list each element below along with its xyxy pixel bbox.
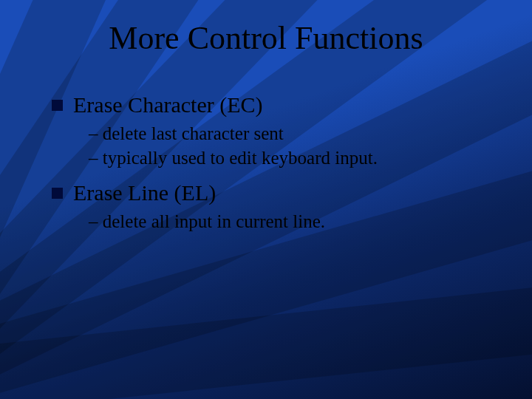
slide-title: More Control Functions xyxy=(0,0,532,57)
slide-body: Erase Character (EC) – delete last chara… xyxy=(0,57,532,233)
sub-list: – delete all input in current line. xyxy=(52,210,502,233)
square-bullet-icon xyxy=(52,100,63,111)
sub-list: – delete last character sent – typically… xyxy=(52,122,502,170)
sub-item: – typically used to edit keyboard input. xyxy=(89,146,502,169)
sub-item: – delete last character sent xyxy=(89,122,502,145)
sub-item: – delete all input in current line. xyxy=(89,210,502,233)
list-item: Erase Character (EC) xyxy=(52,92,502,117)
item-label: Erase Character (EC) xyxy=(73,92,263,117)
list-item: Erase Line (EL) xyxy=(52,180,502,205)
square-bullet-icon xyxy=(52,188,63,199)
item-label: Erase Line (EL) xyxy=(73,180,216,205)
slide: More Control Functions Erase Character (… xyxy=(0,0,532,399)
